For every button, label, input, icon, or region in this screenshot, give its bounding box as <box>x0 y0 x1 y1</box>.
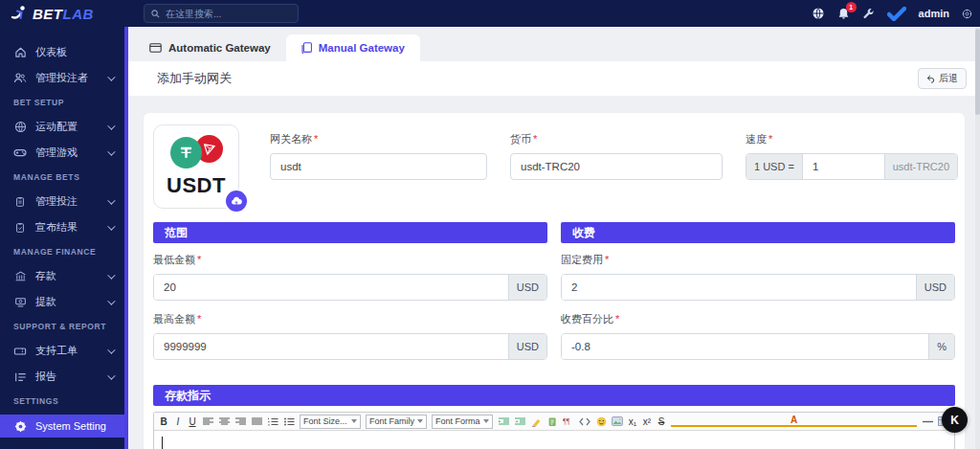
chevron-down-icon <box>107 73 115 80</box>
report-list-icon <box>13 371 27 383</box>
chevron-down-icon <box>107 122 115 129</box>
highlight-marker-icon[interactable] <box>530 416 542 427</box>
source-code-icon[interactable] <box>579 416 590 427</box>
gateway-form-card: USDT 网关名称 货币 速度 1 USD = <box>144 113 965 449</box>
main-content: Automatic Gateway Manual Gateway 添加手动网关 … <box>124 27 980 449</box>
italic-button[interactable]: I <box>173 416 183 427</box>
min-amount-input[interactable] <box>154 275 508 300</box>
emoji-icon[interactable] <box>595 416 607 427</box>
text-color-button[interactable]: A <box>671 415 917 427</box>
indent-icon[interactable] <box>498 416 509 427</box>
chevron-down-icon <box>107 297 115 304</box>
credit-card-icon <box>149 43 162 53</box>
tab-manual-gateway[interactable]: Manual Gateway <box>286 34 420 61</box>
align-justify-icon[interactable] <box>251 416 262 427</box>
special-char-icon[interactable]: ¶¶ <box>563 416 574 427</box>
subscript-button[interactable]: x₁ <box>628 416 637 427</box>
align-center-icon[interactable] <box>218 416 230 427</box>
logo-text-lab: LAB <box>63 6 94 22</box>
font-family-select[interactable]: Font Family <box>366 415 427 429</box>
username-label[interactable]: admin <box>919 8 949 19</box>
max-amount-suffix: USD <box>508 334 546 359</box>
sidebar-item-system-setting[interactable]: System Setting <box>0 415 124 438</box>
gateway-logo-text: USDT <box>167 173 226 198</box>
gear-icon <box>13 420 27 433</box>
notifications-bell-icon[interactable]: 1 <box>837 7 850 20</box>
chevron-down-icon <box>107 196 115 204</box>
sidebar-section-support-report: SUPPORT & REPORT <box>0 315 124 338</box>
users-icon <box>13 72 27 84</box>
max-amount-input[interactable] <box>154 334 508 359</box>
chevron-down-icon <box>351 419 357 423</box>
bank-icon <box>13 270 27 282</box>
outdent-icon[interactable] <box>514 416 525 427</box>
language-globe-icon[interactable] <box>812 7 825 20</box>
notification-count-badge: 1 <box>846 2 857 12</box>
page-header: 添加手动网关 后退 <box>128 61 980 96</box>
sidebar-item-manage-games[interactable]: 管理游戏 <box>0 140 124 166</box>
chat-widget-button[interactable]: K <box>942 407 968 433</box>
sidebar-item-support-tickets[interactable]: 支持工单 <box>0 338 124 364</box>
rate-suffix: usdt-TRC20 <box>884 154 957 179</box>
horizontal-rule-button[interactable] <box>922 416 933 427</box>
sidebar-item-reports[interactable]: 报告 <box>0 364 124 390</box>
currency-label: 货币 <box>510 132 723 146</box>
superscript-button[interactable]: x² <box>642 416 652 427</box>
search-input[interactable] <box>166 9 280 19</box>
global-search[interactable] <box>144 4 299 23</box>
rate-label: 速度 <box>746 132 958 146</box>
sidebar-section-extra: EXTRA <box>0 441 124 449</box>
chevron-down-icon <box>107 147 115 155</box>
rate-input[interactable] <box>803 154 884 179</box>
percent-charge-input[interactable] <box>562 334 928 359</box>
range-section: 范围 最低金额 USD 最高金额 USD <box>153 222 547 360</box>
currency-input[interactable] <box>510 153 723 180</box>
runner-logo-icon <box>10 5 29 22</box>
back-button[interactable]: 后退 <box>918 68 967 89</box>
rate-input-group: 1 USD = usdt-TRC20 <box>746 153 958 180</box>
ticket-icon <box>13 346 27 357</box>
min-amount-label: 最低金额 <box>153 253 547 267</box>
gateway-tabs: Automatic Gateway Manual Gateway <box>134 34 980 61</box>
image-icon[interactable] <box>612 416 623 427</box>
vertical-scrollbar[interactable] <box>975 27 980 449</box>
sidebar-item-announce-results[interactable]: 宣布结果 <box>0 214 124 240</box>
sidebar-item-deposits[interactable]: 存款 <box>0 263 124 289</box>
align-right-icon[interactable] <box>234 416 246 427</box>
charge-section-title: 收费 <box>561 222 955 243</box>
ordered-list-icon[interactable] <box>267 416 278 427</box>
page-title: 添加手动网关 <box>157 70 232 87</box>
strikethrough-button[interactable]: S <box>657 416 666 427</box>
fixed-charge-label: 固定费用 <box>561 253 955 267</box>
underline-button[interactable]: U <box>188 416 197 427</box>
fixed-charge-suffix: USD <box>916 275 954 300</box>
search-icon <box>151 10 160 18</box>
fixed-charge-input[interactable] <box>562 275 916 300</box>
gateway-name-input[interactable] <box>270 153 487 180</box>
tab-automatic-gateway[interactable]: Automatic Gateway <box>134 34 286 61</box>
home-icon <box>13 46 27 58</box>
percent-charge-label: 收费百分比 <box>561 312 955 326</box>
unordered-list-icon[interactable] <box>283 416 295 427</box>
paste-icon[interactable] <box>546 416 558 427</box>
user-menu-gear-icon[interactable] <box>962 9 972 19</box>
font-size-select[interactable]: Font Size... <box>300 415 361 429</box>
text-cursor <box>162 437 163 449</box>
user-avatar[interactable] <box>887 7 906 21</box>
max-amount-group: USD <box>153 333 547 360</box>
editor-content-area[interactable] <box>154 431 954 449</box>
upload-image-button[interactable] <box>226 191 247 212</box>
font-format-select[interactable]: Font Forma <box>432 415 493 429</box>
sidebar-item-dashboard[interactable]: 仪表板 <box>0 39 124 65</box>
sidebar-item-manage-bettors[interactable]: 管理投注者 <box>0 65 124 91</box>
sidebar-item-sport-config[interactable]: 运动配置 <box>0 114 124 140</box>
sidebar-item-withdrawals[interactable]: 提款 <box>0 289 124 315</box>
percent-charge-suffix: % <box>928 334 954 359</box>
align-left-icon[interactable] <box>202 416 213 427</box>
bold-button[interactable]: B <box>159 416 168 427</box>
wrench-icon[interactable] <box>862 8 875 20</box>
clipboard-check-icon <box>13 221 27 234</box>
app-logo[interactable]: BETLAB <box>0 5 124 22</box>
sidebar-item-manage-bets[interactable]: 管理投注 <box>0 189 124 214</box>
money-withdraw-icon <box>13 296 27 308</box>
